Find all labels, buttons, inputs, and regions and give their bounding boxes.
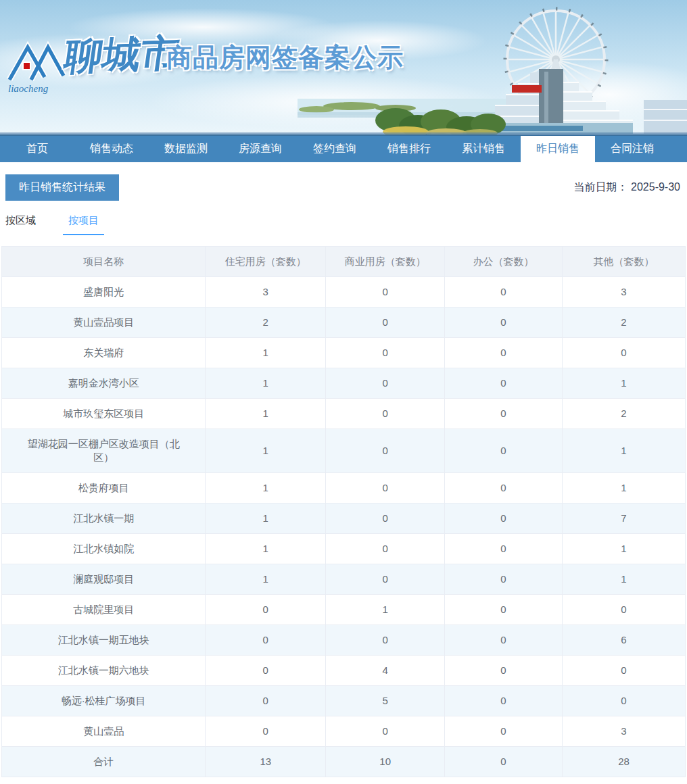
nav-item[interactable]: 昨日销售 (521, 136, 595, 162)
table-row: 江北水镇一期五地块 0 0 0 6 (2, 625, 686, 656)
office-count-cell: 0 (445, 338, 563, 368)
table-row: 松贵府项目 1 0 0 1 (2, 473, 686, 504)
office-count-cell: 0 (445, 473, 563, 504)
logo-subtext: liaocheng (8, 83, 49, 94)
project-name-cell: 盛唐阳光 (2, 277, 206, 308)
office-count-cell: 0 (445, 656, 563, 686)
other-count-cell: 2 (562, 399, 685, 429)
office-count-cell: 0 (445, 429, 563, 473)
project-name-cell: 江北水镇一期六地块 (2, 656, 206, 686)
office-count-cell: 0 (445, 277, 563, 308)
office-count-cell: 0 (445, 399, 563, 429)
project-name-cell: 望湖花园一区棚户区改造项目（北区） (2, 429, 206, 473)
other-count-cell: 1 (562, 534, 685, 564)
commercial-count-cell: 1 (326, 595, 445, 625)
residential-count-cell: 1 (206, 429, 326, 473)
other-count-cell: 0 (562, 686, 685, 716)
city-name-calligraphy: 聊城市 (61, 28, 183, 83)
commercial-count-cell: 0 (326, 534, 445, 564)
residential-count-cell: 0 (206, 625, 326, 656)
office-count-cell: 0 (445, 368, 563, 399)
table-row: 嘉明金水湾小区 1 0 0 1 (2, 368, 686, 399)
nav-item[interactable]: 数据监测 (149, 136, 223, 162)
residential-count-cell: 1 (206, 473, 326, 504)
office-count-cell: 0 (445, 686, 563, 716)
current-date-value: 2025-9-30 (631, 181, 680, 193)
nav-item[interactable]: 销售排行 (372, 136, 446, 162)
other-count-cell: 6 (562, 625, 685, 656)
other-count-cell: 3 (562, 716, 685, 747)
office-count-cell: 0 (445, 747, 563, 777)
other-count-cell: 1 (562, 473, 685, 504)
current-date: 当前日期： 2025-9-30 (574, 180, 682, 195)
nav-item[interactable]: 销售动态 (74, 136, 149, 162)
table-row: 望湖花园一区棚户区改造项目（北区） 1 0 0 1 (2, 429, 686, 473)
residential-count-cell: 3 (206, 277, 326, 308)
project-name-cell: 黄山壹品项目 (2, 308, 206, 338)
commercial-count-cell: 0 (326, 716, 445, 747)
nav-item[interactable]: 首页 (0, 136, 74, 162)
residential-count-cell: 13 (206, 747, 326, 777)
office-count-cell: 0 (445, 625, 563, 656)
other-count-cell: 2 (562, 308, 685, 338)
main-nav: 首页销售动态数据监测房源查询签约查询销售排行累计销售昨日销售合同注销 (0, 134, 687, 162)
nav-item[interactable]: 累计销售 (446, 136, 521, 162)
commercial-count-cell: 4 (326, 656, 445, 686)
site-title: 商品房网签备案公示 (166, 41, 404, 75)
col-header-commercial: 商业用房（套数） (326, 247, 445, 277)
residential-count-cell: 1 (206, 534, 326, 564)
sales-table-wrap: 项目名称 住宅用房（套数） 商业用房（套数） 办公（套数） 其他（套数） 盛唐阳… (1, 246, 686, 777)
commercial-count-cell: 0 (326, 308, 445, 338)
commercial-count-cell: 0 (326, 429, 445, 473)
project-name-cell: 嘉明金水湾小区 (2, 368, 206, 399)
office-count-cell: 0 (445, 308, 563, 338)
table-body: 盛唐阳光 3 0 0 3 黄山壹品项目 2 0 0 2 东关瑞府 1 0 0 0… (2, 277, 686, 777)
project-name-cell: 东关瑞府 (2, 338, 206, 368)
commercial-count-cell: 0 (326, 564, 445, 595)
building-sign (512, 85, 542, 93)
project-name-cell: 松贵府项目 (2, 473, 206, 504)
residential-count-cell: 0 (206, 716, 326, 747)
project-name-cell: 江北水镇一期五地块 (2, 625, 206, 656)
other-count-cell: 0 (562, 656, 685, 686)
other-count-cell: 1 (562, 564, 685, 595)
project-name-cell: 古城院里项目 (2, 595, 206, 625)
project-name-cell: 江北水镇一期 (2, 504, 206, 534)
residential-count-cell: 1 (206, 504, 326, 534)
commercial-count-cell: 0 (326, 277, 445, 308)
tab-by-region[interactable]: 按区域 (5, 214, 40, 235)
other-count-cell: 3 (562, 277, 685, 308)
project-name-cell: 江北水镇如院 (2, 534, 206, 564)
nav-item[interactable]: 合同注销 (595, 136, 669, 162)
current-date-label: 当前日期： (574, 181, 628, 193)
other-count-cell: 1 (562, 368, 685, 399)
residential-count-cell: 0 (206, 686, 326, 716)
other-count-cell: 0 (562, 595, 685, 625)
logo-red-square (23, 62, 30, 70)
view-tabs: 按区域 按项目 (5, 214, 682, 235)
commercial-count-cell: 0 (326, 625, 445, 656)
residential-count-cell: 1 (206, 564, 326, 595)
tab-by-project[interactable]: 按项目 (63, 214, 104, 235)
other-count-cell: 0 (562, 338, 685, 368)
residential-count-cell: 0 (206, 595, 326, 625)
col-header-project: 项目名称 (2, 247, 206, 277)
project-name-cell: 城市玖玺东区项目 (2, 399, 206, 429)
nav-item[interactable]: 签约查询 (298, 136, 372, 162)
col-header-office: 办公（套数） (445, 247, 563, 277)
page-content: 昨日销售统计结果 当前日期： 2025-9-30 按区域 按项目 项目名称 住宅… (0, 162, 687, 777)
office-count-cell: 0 (445, 716, 563, 747)
office-count-cell: 0 (445, 504, 563, 534)
project-name-cell: 黄山壹品 (2, 716, 206, 747)
table-row: 黄山壹品 0 0 0 3 (2, 716, 686, 747)
project-name-cell: 合计 (2, 747, 206, 777)
residential-count-cell: 1 (206, 399, 326, 429)
commercial-count-cell: 5 (326, 686, 445, 716)
table-row: 黄山壹品项目 2 0 0 2 (2, 308, 686, 338)
nav-item[interactable]: 房源查询 (223, 136, 298, 162)
commercial-count-cell: 10 (326, 747, 445, 777)
yesterday-sales-result-button[interactable]: 昨日销售统计结果 (5, 174, 119, 201)
office-count-cell: 0 (445, 595, 563, 625)
site-logo: liaocheng (5, 27, 68, 98)
commercial-count-cell: 0 (326, 504, 445, 534)
